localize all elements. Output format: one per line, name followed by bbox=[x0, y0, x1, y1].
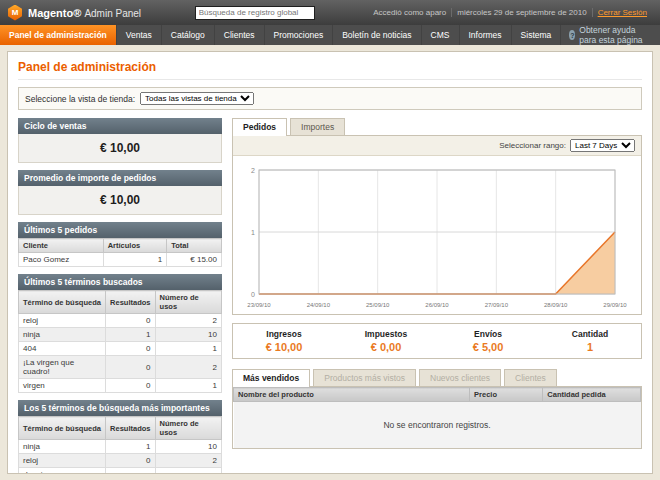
column-header: Precio bbox=[470, 388, 543, 402]
cell-term: ninja bbox=[19, 328, 106, 342]
column-header: Resultados bbox=[106, 291, 155, 314]
logged-in-as: Accedió como aparo bbox=[368, 8, 451, 17]
table-row[interactable]: reloj 0 2 bbox=[19, 314, 222, 328]
chart-area: 01223/09/1024/09/1025/09/1026/09/1027/09… bbox=[233, 156, 641, 314]
stat-value: € 10,00 bbox=[233, 341, 335, 353]
table-row[interactable]: ninja 1 10 bbox=[19, 328, 222, 342]
column-header: Término de búsqueda bbox=[19, 417, 106, 440]
cell-uses: 1 bbox=[155, 379, 221, 393]
tab-nuevos-clientes[interactable]: Nuevos clientes bbox=[419, 369, 501, 386]
top-search-table: Término de búsqueda Resultados Número de… bbox=[18, 416, 222, 474]
column-header: Cantidad pedida bbox=[543, 388, 641, 402]
svg-text:27/09/10: 27/09/10 bbox=[485, 302, 509, 308]
cell-uses: 10 bbox=[155, 440, 221, 454]
brand-suffix: Admin Panel bbox=[84, 8, 141, 19]
nav-item-dashboard[interactable]: Panel de administración bbox=[0, 25, 117, 45]
table-row[interactable]: ¡La virgen que cuadro! 0 2 bbox=[19, 468, 222, 475]
svg-text:28/09/10: 28/09/10 bbox=[544, 302, 568, 308]
cell-term: 404 bbox=[19, 342, 106, 356]
column-header: Cliente bbox=[19, 239, 104, 253]
store-switcher-label: Seleccione la vista de tienda: bbox=[25, 94, 135, 104]
empty-row: No se encontraron registros. bbox=[234, 402, 641, 448]
column-header: Total bbox=[167, 239, 222, 253]
main-nav: Panel de administración Ventas Catálogo … bbox=[0, 25, 660, 45]
svg-text:29/09/10: 29/09/10 bbox=[603, 302, 627, 308]
nav-item-catalog[interactable]: Catálogo bbox=[162, 25, 215, 45]
table-row[interactable]: reloj 0 2 bbox=[19, 454, 222, 468]
average-orders-value: € 10,00 bbox=[18, 186, 222, 215]
app-header: M Magento® Admin Panel Accedió como apar… bbox=[0, 0, 660, 25]
page-title: Panel de administración bbox=[18, 60, 642, 80]
tab-mas-vendidos[interactable]: Más vendidos bbox=[232, 369, 310, 387]
global-search bbox=[195, 6, 315, 20]
cell-results: 0 bbox=[106, 356, 155, 379]
cell-uses: 2 bbox=[155, 468, 221, 475]
table-row[interactable]: ¡La virgen que cuadro! 0 2 bbox=[19, 356, 222, 379]
cell-uses: 10 bbox=[155, 328, 221, 342]
table-row[interactable]: 404 0 1 bbox=[19, 342, 222, 356]
last-orders-panel: Últimos 5 pedidos Cliente Artículos Tota… bbox=[18, 222, 222, 267]
tab-pedidos[interactable]: Pedidos bbox=[232, 118, 287, 136]
cell-results: 0 bbox=[106, 342, 155, 356]
nav-item-reports[interactable]: Informes bbox=[460, 25, 512, 45]
panel-title: Los 5 términos de búsqueda más important… bbox=[18, 400, 222, 416]
column-header: Artículos bbox=[103, 239, 167, 253]
help-icon: ? bbox=[569, 30, 575, 40]
magento-logo-icon: M bbox=[8, 5, 22, 21]
nav-item-customers[interactable]: Clientes bbox=[215, 25, 265, 45]
stat-label: Impuestos bbox=[335, 329, 437, 339]
lifetime-sales-value: € 10,00 bbox=[18, 134, 222, 163]
panel-title: Ciclo de ventas bbox=[18, 118, 222, 134]
cell-term: reloj bbox=[19, 314, 106, 328]
stat-value: € 5,00 bbox=[437, 341, 539, 353]
cell-term: ¡La virgen que cuadro! bbox=[19, 468, 106, 475]
column-header: Número de usos bbox=[155, 291, 221, 314]
logout-link[interactable]: Cerrar Sesión bbox=[592, 8, 652, 17]
stat-cantidad: Cantidad 1 bbox=[539, 329, 641, 353]
cell-term: reloj bbox=[19, 454, 106, 468]
cell-uses: 2 bbox=[155, 356, 221, 379]
cell-uses: 2 bbox=[155, 454, 221, 468]
tab-importes[interactable]: Importes bbox=[290, 118, 345, 135]
svg-text:0: 0 bbox=[251, 291, 255, 298]
products-table: Nombre del producto Precio Cantidad pedi… bbox=[233, 387, 641, 448]
nav-item-sales[interactable]: Ventas bbox=[117, 25, 162, 45]
last-search-table: Término de búsqueda Resultados Número de… bbox=[18, 290, 222, 393]
table-row[interactable]: virgen 0 1 bbox=[19, 379, 222, 393]
cell-customer: Paco Gomez bbox=[19, 253, 104, 267]
range-select[interactable]: Last 7 Days bbox=[570, 139, 635, 152]
orders-chart: 01223/09/1024/09/1025/09/1026/09/1027/09… bbox=[239, 162, 631, 310]
brand-title: Magento® Admin Panel bbox=[28, 7, 141, 19]
last-orders-table: Cliente Artículos Total Paco Gomez 1 € 1… bbox=[18, 238, 222, 267]
table-row[interactable]: ninja 1 10 bbox=[19, 440, 222, 454]
column-header: Término de búsqueda bbox=[19, 291, 106, 314]
stat-value: € 0,00 bbox=[335, 341, 437, 353]
tab-clientes[interactable]: Clientes bbox=[504, 369, 557, 386]
panel-title: Promedio de importe de pedidos bbox=[18, 170, 222, 186]
cell-results: 0 bbox=[106, 468, 155, 475]
range-bar: Seleccionar rango: Last 7 Days bbox=[233, 136, 641, 156]
store-view-select[interactable]: Todas las vistas de tienda bbox=[140, 92, 254, 105]
empty-message: No se encontraron registros. bbox=[234, 402, 641, 448]
nav-item-system[interactable]: Sistema bbox=[512, 25, 562, 45]
header-user-area: Accedió como aparo miércoles 29 de septi… bbox=[368, 8, 652, 17]
svg-text:26/09/10: 26/09/10 bbox=[425, 302, 449, 308]
svg-text:24/09/10: 24/09/10 bbox=[307, 302, 331, 308]
nav-item-promotions[interactable]: Promociones bbox=[265, 25, 334, 45]
panel-title: Últimos 5 pedidos bbox=[18, 222, 222, 238]
global-search-input[interactable] bbox=[195, 6, 315, 20]
cell-results: 0 bbox=[106, 379, 155, 393]
top-search-panel: Los 5 términos de búsqueda más important… bbox=[18, 400, 222, 474]
tab-productos-mas-vistos[interactable]: Productos más vistos bbox=[313, 369, 416, 386]
nav-item-cms[interactable]: CMS bbox=[422, 25, 460, 45]
cell-results: 1 bbox=[106, 328, 155, 342]
lifetime-sales-panel: Ciclo de ventas € 10,00 bbox=[18, 118, 222, 163]
nav-item-newsletter[interactable]: Boletín de noticias bbox=[333, 25, 421, 45]
table-row[interactable]: Paco Gomez 1 € 15.00 bbox=[19, 253, 222, 267]
help-link[interactable]: ? Obtener ayuda para esta página bbox=[561, 25, 660, 45]
dashboard: Ciclo de ventas € 10,00 Promedio de impo… bbox=[18, 118, 642, 474]
stat-label: Ingresos bbox=[233, 329, 335, 339]
cell-uses: 1 bbox=[155, 342, 221, 356]
content-area: Panel de administración Seleccione la vi… bbox=[7, 51, 653, 474]
store-switcher: Seleccione la vista de tienda: Todas las… bbox=[18, 87, 642, 110]
